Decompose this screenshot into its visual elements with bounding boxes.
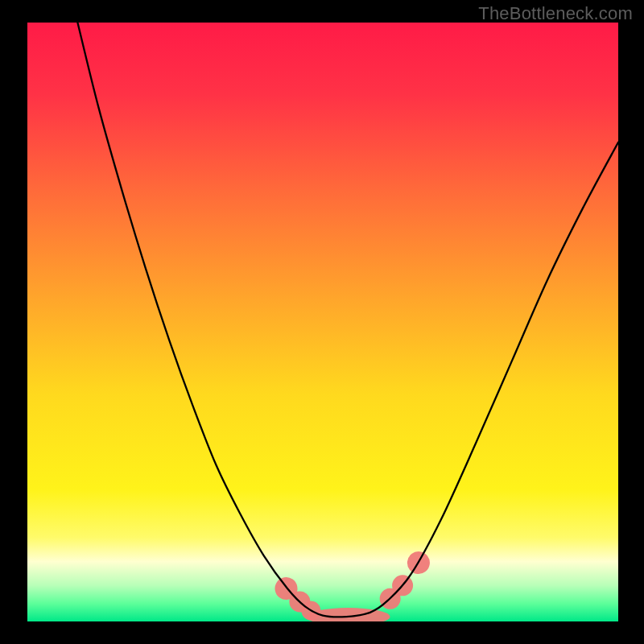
plot-area	[27, 23, 618, 621]
chart-frame: TheBottleneck.com	[0, 0, 644, 644]
plot-svg	[27, 23, 618, 621]
watermark-text: TheBottleneck.com	[478, 3, 633, 24]
